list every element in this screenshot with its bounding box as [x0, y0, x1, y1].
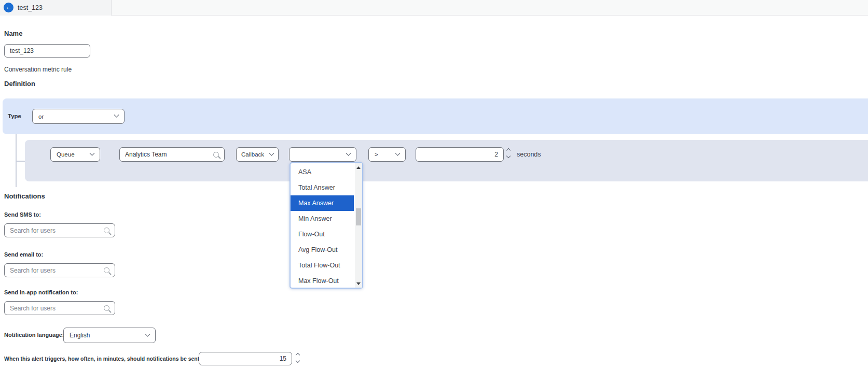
tree-connector-horizontal — [16, 161, 25, 162]
chevron-down-icon — [395, 150, 401, 155]
sms-search-input[interactable] — [5, 227, 104, 234]
chevron-down-icon — [114, 112, 119, 118]
top-bar: ← test_123 — [0, 0, 868, 16]
name-input[interactable] — [5, 47, 90, 54]
chevron-down-icon — [145, 331, 150, 336]
inapp-label: Send in-app notification to: — [4, 289, 78, 295]
metric-option[interactable]: Max Flow-Out — [291, 273, 354, 289]
media-type-value: Callback — [241, 151, 264, 158]
metric-options-popup: ASATotal AnswerMax AnswerMin AnswerFlow-… — [290, 162, 363, 289]
language-dropdown[interactable]: English — [63, 328, 156, 343]
language-label: Notification language: — [4, 332, 64, 338]
name-label: Name — [4, 30, 22, 37]
entity-search-input[interactable] — [120, 151, 213, 158]
threshold-stepper[interactable] — [507, 149, 510, 158]
language-value: English — [70, 332, 90, 339]
chevron-down-icon — [269, 150, 274, 155]
triangle-down-icon — [356, 282, 361, 285]
search-icon — [104, 267, 109, 273]
type-panel — [3, 98, 868, 134]
sms-search-box — [4, 223, 115, 237]
frequency-input[interactable] — [199, 355, 292, 362]
notifications-header: Notifications — [4, 192, 45, 200]
chevron-down-icon — [346, 150, 351, 155]
metric-option[interactable]: ASA — [291, 164, 354, 180]
definition-label: Definition — [4, 80, 35, 88]
back-button[interactable]: ← — [4, 3, 13, 12]
frequency-label: When this alert triggers, how often, in … — [4, 356, 203, 362]
scrollbar-thumb[interactable] — [356, 208, 361, 225]
stepper-down-icon[interactable] — [296, 359, 300, 363]
metric-option[interactable]: Flow-Out — [291, 226, 354, 242]
search-icon — [213, 152, 219, 158]
name-input-box — [4, 44, 90, 58]
threshold-input[interactable] — [416, 151, 503, 158]
threshold-input-box — [416, 147, 504, 162]
inapp-search-box — [4, 301, 115, 315]
entity-type-dropdown[interactable]: Queue — [50, 147, 100, 162]
unit-label: seconds — [517, 151, 541, 158]
top-bar-tab — [0, 0, 112, 16]
popup-scrollbar[interactable] — [355, 163, 362, 288]
type-dropdown[interactable]: or — [32, 109, 125, 124]
metric-option[interactable]: Total Flow-Out — [291, 258, 354, 273]
rule-type-subtitle: Conversation metric rule — [4, 66, 72, 73]
page-title: test_123 — [18, 4, 43, 11]
search-icon — [104, 305, 109, 311]
metric-option[interactable]: Min Answer — [291, 211, 354, 226]
frequency-stepper[interactable] — [296, 353, 299, 362]
metric-options-list: ASATotal AnswerMax AnswerMin AnswerFlow-… — [291, 164, 354, 289]
stepper-up-icon[interactable] — [506, 148, 511, 152]
metric-dropdown[interactable] — [289, 147, 356, 162]
stepper-down-icon[interactable] — [506, 154, 511, 158]
frequency-input-box — [199, 352, 292, 365]
operator-dropdown[interactable]: > — [368, 147, 406, 162]
search-icon — [104, 228, 109, 233]
entity-type-value: Queue — [57, 151, 75, 158]
metric-option[interactable]: Total Answer — [291, 180, 354, 195]
scroll-down-button[interactable] — [355, 279, 362, 288]
stepper-up-icon[interactable] — [296, 353, 300, 357]
email-label: Send email to: — [4, 251, 43, 258]
email-search-box — [4, 263, 115, 277]
metric-option[interactable]: Avg Flow-Out — [291, 242, 354, 258]
operator-value: > — [375, 151, 378, 158]
email-search-input[interactable] — [5, 267, 104, 274]
inapp-search-input[interactable] — [5, 305, 104, 312]
entity-search-box — [119, 147, 225, 162]
back-arrow-icon: ← — [5, 3, 12, 11]
media-type-dropdown[interactable]: Callback — [236, 147, 279, 162]
type-dropdown-value: or — [38, 113, 44, 120]
chevron-down-icon — [90, 150, 95, 155]
sms-label: Send SMS to: — [4, 211, 41, 218]
metric-option[interactable]: Max Answer — [291, 195, 354, 211]
triangle-up-icon — [356, 166, 361, 169]
type-label: Type — [8, 113, 21, 119]
scroll-up-button[interactable] — [355, 163, 362, 172]
